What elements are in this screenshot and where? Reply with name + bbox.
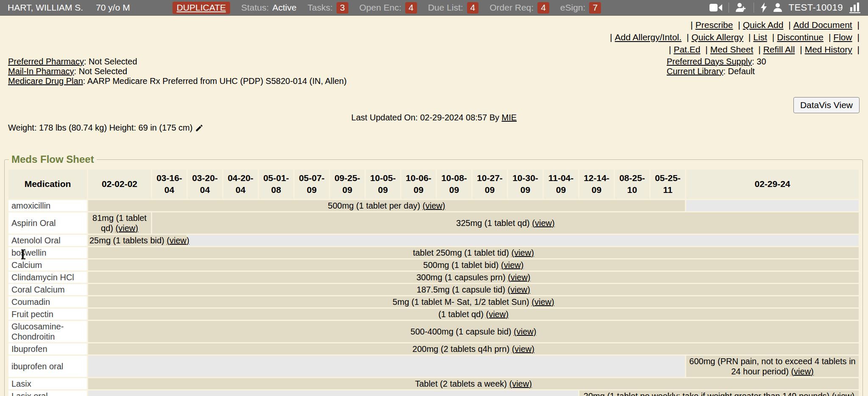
column-header-date: 02-02-02 (88, 170, 151, 199)
view-link[interactable]: (view) (508, 285, 530, 294)
duplicate-flag[interactable]: DUPLICATE (172, 2, 230, 14)
quick-add-link[interactable]: Quick Add (743, 20, 784, 30)
quick-allergy-link[interactable]: Quick Allergy (691, 32, 743, 42)
action-links-row-1: Prescribe Quick Add Add Document (607, 19, 862, 31)
separator: : (83, 76, 87, 86)
table-row: Glucosamine-Chondroitin 500-400mg (1 cap… (8, 321, 859, 342)
preferred-pharmacy-line: Preferred Pharmacy: Not Selected (8, 57, 347, 67)
status-value: Active (272, 3, 296, 13)
add-allergy-intol-link[interactable]: Add Allergy/Intol. (615, 32, 682, 42)
esign-count-badge[interactable]: 7 (589, 2, 601, 14)
table-row: Lasix Tablet (2 tablets a week) (view) (8, 378, 859, 389)
medicare-drug-plan-link[interactable]: Medicare Drug Plan (8, 76, 83, 86)
medication-name: Ibuprofen (8, 343, 87, 354)
view-link[interactable]: (view) (508, 273, 530, 282)
preferred-pharmacy-value: Not Selected (89, 57, 137, 66)
table-row: Aspirin Oral 81mg (1 tablet qd) (view) 3… (8, 212, 859, 234)
open-enc-label: Open Enc: (359, 3, 401, 13)
dose-cell: 300mg (1 capsules prn) (view) (88, 272, 859, 283)
list-link[interactable]: List (753, 32, 767, 42)
dose-cell: 5mg (1 tablet M- Sat, 1/2 tablet Sun) (v… (88, 296, 859, 307)
column-header-date: 05-07-09 (295, 170, 329, 199)
view-link[interactable]: (view) (501, 260, 523, 270)
table-row: Atenolol Oral 25mg (1 tablets bid) (view… (8, 235, 859, 246)
view-link[interactable]: (view) (509, 379, 532, 388)
bar-chart-icon[interactable] (849, 2, 860, 13)
dose-cell: 81mg (1 tablet qd) (view) (88, 212, 151, 234)
table-row: Fruit pectin (1 tablet qd) (view) (8, 309, 859, 320)
dose-cell: 25mg (1 tablets bid) (view) (88, 235, 186, 246)
view-link[interactable]: (view) (116, 223, 138, 233)
view-link[interactable]: (view) (486, 310, 508, 319)
dose-cell: tablet 250mg (1 tablet tid) (view) (88, 247, 859, 258)
refill-all-link[interactable]: Refill All (763, 45, 795, 54)
last-updated-user-link[interactable]: MIE (502, 113, 517, 122)
dose-cell: 200mg (2 tablets q4h prn) (view) (88, 343, 859, 354)
lightning-icon[interactable] (760, 3, 767, 13)
medicare-drug-plan-line: Medicare Drug Plan: AARP Medicare Rx Pre… (8, 76, 347, 86)
view-link[interactable]: (view) (532, 218, 554, 228)
patient-header-bar: HART, WILLIAM S. 70 y/o M DUPLICATE Stat… (0, 0, 868, 16)
current-library-value: Default (728, 67, 755, 76)
tasks-count-badge[interactable]: 3 (337, 2, 348, 14)
dose-cell: 187.5mg (1 capsule tid) (view) (88, 284, 859, 295)
action-links-row-2: Add Allergy/Intol. Quick Allergy List Di… (607, 31, 862, 43)
pencil-icon[interactable] (195, 124, 203, 132)
separator: : (84, 57, 89, 66)
empty-cell (686, 200, 859, 211)
datavis-view-button[interactable]: DataVis View (793, 97, 860, 113)
discontinue-link[interactable]: Discontinue (777, 32, 823, 42)
add-user-icon[interactable] (735, 3, 747, 13)
medication-name: Atenolol Oral (8, 235, 87, 246)
view-link[interactable]: (view) (832, 391, 854, 396)
prescribe-link[interactable]: Prescribe (696, 20, 733, 30)
view-link[interactable]: (view) (512, 248, 534, 257)
supply-info-block: Preferred Days Supply: 30 Current Librar… (667, 57, 766, 76)
view-link[interactable]: (view) (514, 327, 536, 336)
medication-name: Calcium (8, 259, 87, 271)
due-list-count-badge[interactable]: 4 (467, 2, 479, 14)
pharmacy-info-block: Preferred Pharmacy: Not Selected Mail-In… (8, 57, 347, 86)
column-header-date: 10-27-09 (473, 170, 507, 199)
med-sheet-link[interactable]: Med Sheet (710, 45, 754, 54)
medication-name: Coral Calcium (8, 284, 87, 295)
dose-cell: 600mg (PRN pain, not to exceed 4 tablets… (686, 356, 859, 377)
column-header-date: 02-29-24 (686, 170, 859, 199)
medication-name: Lasix oral (8, 390, 87, 396)
med-history-link[interactable]: Med History (805, 45, 852, 54)
order-req-count-badge[interactable]: 4 (537, 2, 549, 14)
add-document-link[interactable]: Add Document (793, 20, 852, 30)
table-row: ibuprofen oral 600mg (PRN pain, not to e… (8, 356, 859, 377)
view-link[interactable]: (view) (167, 236, 189, 245)
empty-cell (88, 390, 578, 396)
pat-ed-link[interactable]: Pat.Ed (673, 45, 700, 54)
patient-age-sex: 70 y/o M (96, 3, 130, 13)
mail-in-pharmacy-value: Not Selected (79, 67, 128, 76)
mail-in-pharmacy-link[interactable]: Mail-In Pharmacy (8, 67, 74, 76)
current-library-link[interactable]: Current Library (667, 67, 723, 76)
tasks-label: Tasks: (308, 3, 333, 13)
view-link[interactable]: (view) (512, 344, 534, 354)
dose-cell: 20mg (1 tablet po weekly; take if weight… (579, 390, 859, 396)
medication-name: Glucosamine-Chondroitin (8, 321, 87, 342)
open-enc-count-badge[interactable]: 4 (405, 2, 417, 14)
flow-header-row: Medication 02-02-02 03-16-04 03-20-04 04… (8, 170, 859, 199)
flow-link[interactable]: Flow (833, 32, 852, 42)
view-link[interactable]: (view) (531, 297, 554, 307)
column-header-date: 11-04-09 (544, 170, 578, 199)
video-camera-icon[interactable] (709, 3, 722, 12)
preferred-days-supply-link[interactable]: Preferred Days Supply (667, 57, 752, 66)
medication-name: Fruit pectin (8, 309, 87, 320)
last-updated-line: Last Updated On: 02-29-2024 08:57 By MIE (0, 113, 868, 123)
separator: : (74, 67, 79, 76)
view-link[interactable]: (view) (791, 367, 813, 376)
preferred-pharmacy-link[interactable]: Preferred Pharmacy (8, 57, 84, 66)
vitals-line: Weight: 178 lbs (80.74 kg) Height: 69 in… (8, 123, 203, 133)
table-row: amoxicillin 500mg (1 tablet per day) (vi… (8, 200, 859, 211)
view-link[interactable]: (view) (423, 201, 445, 210)
column-header-date: 12-14-09 (579, 170, 614, 199)
order-req-label: Order Req: (490, 3, 534, 13)
meds-flow-sheet-title: Meds Flow Sheet (9, 153, 97, 165)
user-icon[interactable] (773, 3, 782, 12)
empty-cell (88, 356, 685, 377)
